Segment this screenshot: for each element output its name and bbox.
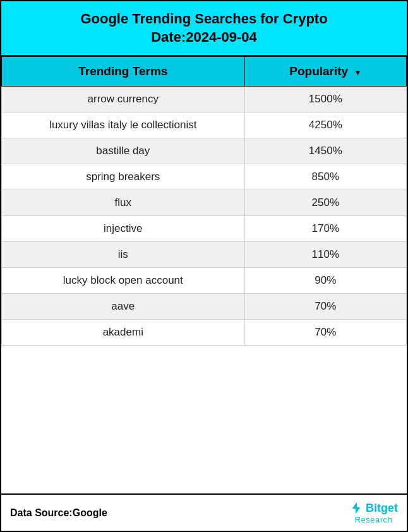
bitget-research-label: Research: [355, 515, 393, 524]
cell-term: spring breakers: [2, 164, 245, 190]
cell-term: akademi: [2, 320, 245, 346]
bitget-name: Bitget: [366, 502, 398, 515]
table-row: aave70%: [2, 294, 407, 320]
table-row: flux250%: [2, 190, 407, 216]
page-title: Google Trending Searches for Crypto Date…: [8, 10, 400, 46]
svg-marker-0: [352, 502, 361, 514]
page-footer: Data Source:Google Bitget Research: [0, 495, 408, 532]
cell-popularity: 1450%: [244, 138, 406, 164]
cell-popularity: 850%: [244, 164, 406, 190]
table-row: luxury villas italy le collectionist4250…: [2, 112, 407, 138]
cell-term: lucky block open account: [2, 268, 245, 294]
bitget-icon: [349, 501, 363, 515]
cell-term: bastille day: [2, 138, 245, 164]
cell-term: injective: [2, 216, 245, 242]
page-header: Google Trending Searches for Crypto Date…: [0, 0, 408, 56]
table-row: injective170%: [2, 216, 407, 242]
cell-popularity: 170%: [244, 216, 406, 242]
cell-popularity: 70%: [244, 320, 406, 346]
table-wrapper: Trending Terms Popularity ▼ arrow curren…: [0, 56, 408, 495]
cell-popularity: 70%: [244, 294, 406, 320]
bitget-brand: Bitget: [349, 501, 398, 515]
table-row: arrow currency1500%: [2, 87, 407, 112]
table-row: lucky block open account90%: [2, 268, 407, 294]
cell-popularity: 250%: [244, 190, 406, 216]
cell-popularity: 1500%: [244, 87, 406, 112]
cell-term: flux: [2, 190, 245, 216]
title-line2: Date:2024-09-04: [151, 29, 257, 45]
table-row: akademi70%: [2, 320, 407, 346]
bitget-logo: Bitget Research: [349, 501, 398, 524]
page-wrapper: Google Trending Searches for Crypto Date…: [0, 0, 408, 532]
cell-term: aave: [2, 294, 245, 320]
table-row: spring breakers850%: [2, 164, 407, 190]
data-source-label: Data Source:Google: [10, 507, 107, 519]
cell-term: arrow currency: [2, 87, 245, 112]
sort-down-icon: ▼: [354, 68, 361, 77]
cell-term: iis: [2, 242, 245, 268]
title-line1: Google Trending Searches for Crypto: [80, 11, 327, 27]
table-row: iis110%: [2, 242, 407, 268]
trending-table: Trending Terms Popularity ▼ arrow curren…: [1, 56, 407, 346]
cell-term: luxury villas italy le collectionist: [2, 112, 245, 138]
cell-popularity: 110%: [244, 242, 406, 268]
cell-popularity: 90%: [244, 268, 406, 294]
col-header-term: Trending Terms: [2, 57, 245, 87]
table-row: bastille day1450%: [2, 138, 407, 164]
col-header-popularity: Popularity ▼: [244, 57, 406, 87]
cell-popularity: 4250%: [244, 112, 406, 138]
